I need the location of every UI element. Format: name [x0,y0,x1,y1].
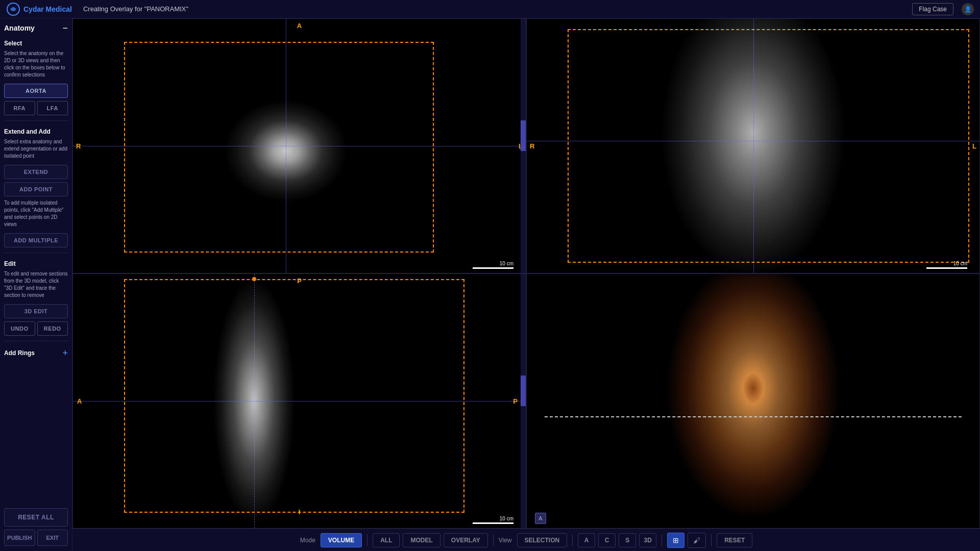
viewport-area: A R L 10 cm R L [72,18,980,551]
threed-viewport[interactable]: A [526,273,980,529]
edit-description: To edit and remove sections from the 3D … [4,270,68,299]
model-button[interactable]: MODEL [403,533,440,547]
grid-view-button[interactable]: ⊞ [667,533,684,548]
add-multiple-description: To add multiple isolated points, click "… [4,199,68,228]
sagittal-ct-image [73,274,526,528]
quad-grid: A R L 10 cm R L [72,18,980,529]
redo-button[interactable]: REDO [37,321,68,336]
axial-scroll-thumb[interactable] [521,120,526,151]
add-rings-button[interactable]: + [62,348,68,358]
anatomy-section-header: Anatomy − [4,23,68,33]
toolbar-sep-2 [493,534,494,546]
axial-scale-bar: 10 cm [473,261,513,269]
publish-button[interactable]: PUBLISH [4,530,35,546]
toolbar-sep-5 [711,534,712,546]
view-s-button[interactable]: S [619,533,636,547]
view-a-button[interactable]: A [578,533,595,547]
coronal-scale-line [926,267,967,269]
sagittal-marker-top [252,277,256,281]
cydar-logo-icon [6,2,20,16]
main-area: Anatomy − Select Select the anatomy on t… [0,18,980,551]
coronal-viewport[interactable]: R L 10 cm [526,18,980,273]
reset-button[interactable]: RESET [717,533,752,547]
aorta-button[interactable]: AORTA [4,84,68,98]
toolbar-sep-4 [662,534,662,546]
anatomy-title: Anatomy [4,24,35,32]
extend-add-description: Select extra anatomy and extend segmenta… [4,138,68,160]
undo-redo-row: UNDO REDO [4,321,68,336]
flag-case-button[interactable]: Flag Case [912,3,953,15]
divider-2 [4,253,68,253]
sagittal-scale-line [473,522,513,524]
volume-button[interactable]: VOLUME [321,533,362,547]
sagittal-viewport[interactable]: P A P 10 cm I [72,273,526,529]
reset-all-button[interactable]: RESET ALL [4,508,68,527]
coronal-scale-bar: 10 cm [926,261,967,269]
sidebar-bottom-buttons: RESET ALL PUBLISH EXIT [4,508,68,546]
add-rings-label: Add Rings [4,349,35,357]
mode-label: Mode [300,537,315,544]
rfa-lfa-row: RFA LFA [4,101,68,115]
lfa-button[interactable]: LFA [37,101,68,115]
extend-button[interactable]: EXTEND [4,165,68,179]
all-button[interactable]: ALL [373,533,400,547]
add-multiple-button[interactable]: ADD MULTIPLE [4,233,68,247]
sagittal-scale-label: 10 cm [500,516,513,521]
view-3d-button[interactable]: 3D [639,533,656,547]
add-point-button[interactable]: ADD POINT [4,182,68,196]
axial-viewport[interactable]: A R L 10 cm [72,18,526,273]
left-sidebar: Anatomy − Select Select the anatomy on t… [0,18,72,551]
edit-label: Edit [4,260,68,267]
divider-1 [4,120,68,121]
threed-image [527,274,979,528]
sagittal-scroll-thumb[interactable] [521,375,526,406]
select-label: Select [4,40,68,47]
rfa-button[interactable]: RFA [4,101,35,115]
undo-button[interactable]: UNDO [4,321,35,336]
selection-button[interactable]: SELECTION [517,533,568,547]
overlay-button[interactable]: OVERLAY [444,533,488,547]
select-description: Select the anatomy on the 2D or 3D views… [4,50,68,79]
minimize-button[interactable]: − [62,23,68,33]
threed-annotation-a: A [535,513,546,524]
divider-3 [4,341,68,341]
view-c-button[interactable]: C [598,533,616,547]
exit-button[interactable]: EXIT [37,530,68,546]
extend-add-label: Extend and Add [4,128,68,135]
logo-text: Cydar Medical [23,5,72,13]
sagittal-scroll-handle[interactable] [521,274,526,528]
publish-exit-row: PUBLISH EXIT [4,530,68,546]
axial-scroll-handle[interactable] [521,19,526,273]
sidebar-spacer [4,361,68,501]
sagittal-scale-bar: 10 cm [473,516,513,524]
edit-3d-button[interactable]: 3D EDIT [4,304,68,318]
toolbar-sep-1 [367,534,368,546]
app-header: Cydar Medical Creating Overlay for "PANO… [0,0,980,18]
axial-scale-label: 10 cm [500,261,513,266]
paint-button[interactable]: 🖌 [688,533,706,548]
user-avatar[interactable]: 👤 [962,3,974,15]
axial-scale-line [473,267,513,269]
coronal-scale-label: 10 cm [953,261,967,266]
view-label: View [499,537,512,544]
coronal-ct-image [527,19,979,273]
header-title: Creating Overlay for "PANORAMIX" [83,5,188,13]
toolbar-sep-3 [572,534,573,546]
add-rings-row: Add Rings + [4,348,68,358]
bottom-toolbar: Mode VOLUME ALL MODEL OVERLAY View SELEC… [72,529,980,551]
logo-area: Cydar Medical Creating Overlay for "PANO… [6,2,188,16]
axial-ct-image [73,19,526,273]
